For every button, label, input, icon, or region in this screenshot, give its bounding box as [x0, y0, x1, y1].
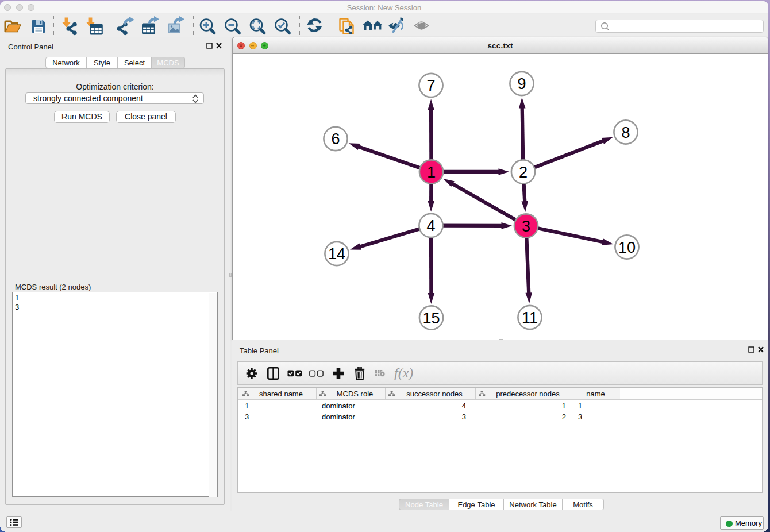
svg-text:10: 10 [618, 239, 636, 256]
svg-text:f(x): f(x) [394, 365, 413, 380]
svg-text:15: 15 [422, 310, 440, 327]
svg-text:6: 6 [331, 130, 340, 148]
svg-text:9: 9 [517, 75, 526, 92]
svg-text:3: 3 [522, 218, 530, 235]
svg-text:14: 14 [328, 245, 345, 263]
svg-text:4: 4 [426, 217, 435, 234]
svg-text:7: 7 [426, 77, 435, 94]
svg-text:8: 8 [621, 124, 630, 141]
svg-text:11: 11 [522, 309, 538, 326]
svg-text:1: 1 [427, 164, 436, 181]
svg-text:2: 2 [519, 164, 528, 181]
